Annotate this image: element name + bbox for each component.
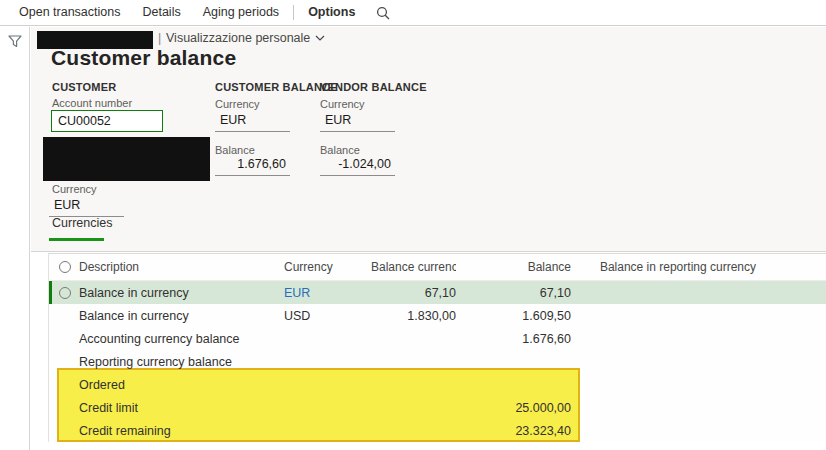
- vendor-balance-currency-label: Currency: [320, 98, 365, 110]
- row-description: Ordered: [79, 378, 284, 392]
- table-row[interactable]: Credit remaining 23.323,40: [49, 419, 826, 442]
- row-description: Credit limit: [79, 401, 284, 415]
- currencies-grid: Description Currency Balance currency Ba…: [48, 253, 826, 442]
- menu-separator: [293, 5, 294, 20]
- menu-details[interactable]: Details: [131, 0, 191, 25]
- row-balance: 23.323,40: [456, 424, 571, 438]
- table-row[interactable]: Credit limit 25.000,00: [49, 396, 826, 419]
- section-vendor-balance: VENDOR BALANCE: [320, 81, 427, 93]
- tab-currencies[interactable]: Currencies: [52, 216, 112, 230]
- view-separator: |: [158, 31, 161, 45]
- menu-aging-periods[interactable]: Aging periods: [192, 0, 290, 25]
- vendor-balance-value: -1.024,00: [320, 155, 395, 176]
- menu-open-transactions[interactable]: Open transactions: [8, 0, 131, 25]
- row-balance: 67,10: [456, 286, 571, 300]
- vendor-balance-currency-field[interactable]: EUR: [320, 111, 395, 132]
- search-icon[interactable]: [376, 6, 390, 20]
- row-description: Balance in currency: [79, 286, 284, 300]
- customer-balance-currency-label: Currency: [215, 98, 260, 110]
- row-balance: 1.609,50: [456, 309, 571, 323]
- col-currency[interactable]: Currency: [284, 260, 371, 274]
- filter-icon[interactable]: [8, 34, 29, 52]
- select-all-radio[interactable]: [52, 261, 79, 273]
- view-selector[interactable]: Visualizzazione personale: [166, 31, 325, 45]
- row-description: Accounting currency balance: [79, 332, 284, 346]
- table-row[interactable]: Balance in currency USD 1.830,00 1.609,5…: [49, 304, 826, 327]
- col-balance-reporting[interactable]: Balance in reporting currency: [571, 260, 756, 274]
- form-area: | Visualizzazione personale Customer bal…: [31, 27, 826, 252]
- tab-active-indicator: [49, 238, 104, 241]
- table-row[interactable]: Ordered: [49, 373, 826, 396]
- col-description[interactable]: Description: [79, 260, 284, 274]
- table-row[interactable]: Reporting currency balance: [49, 350, 826, 373]
- row-description: Reporting currency balance: [79, 355, 284, 369]
- view-selector-label: Visualizzazione personale: [166, 31, 310, 45]
- table-row[interactable]: Balance in currency EUR 67,10 67,10: [49, 281, 826, 304]
- row-balance: 1.676,60: [456, 332, 571, 346]
- customer-balance-window: Open transactions Details Aging periods …: [0, 0, 826, 450]
- grid-header-row: Description Currency Balance currency Ba…: [49, 254, 826, 281]
- row-balance-currency: 67,10: [371, 286, 456, 300]
- account-number-input[interactable]: [51, 110, 163, 132]
- radio-icon: [59, 261, 71, 273]
- account-number-label: Account number: [52, 97, 132, 109]
- row-balance-currency: 1.830,00: [371, 309, 456, 323]
- customer-currency-field[interactable]: EUR: [49, 196, 124, 217]
- chevron-down-icon: [315, 35, 325, 41]
- col-balance[interactable]: Balance: [456, 260, 571, 274]
- customer-balance-currency-field[interactable]: EUR: [215, 111, 290, 132]
- section-customer: CUSTOMER: [52, 81, 116, 93]
- row-currency: USD: [284, 309, 371, 323]
- left-rail: [0, 27, 30, 450]
- table-row[interactable]: Accounting currency balance 1.676,60: [49, 327, 826, 350]
- row-radio[interactable]: [52, 287, 79, 299]
- menu-options[interactable]: Options: [297, 0, 366, 25]
- customer-balance-value: 1.676,60: [215, 155, 290, 176]
- customer-currency-label: Currency: [52, 183, 97, 195]
- page-title: Customer balance: [51, 46, 236, 70]
- col-balance-currency[interactable]: Balance currency: [371, 260, 456, 274]
- radio-icon: [59, 287, 71, 299]
- action-bar: Open transactions Details Aging periods …: [0, 0, 826, 26]
- main-content: | Visualizzazione personale Customer bal…: [31, 27, 826, 450]
- row-description: Credit remaining: [79, 424, 284, 438]
- row-description: Balance in currency: [79, 309, 284, 323]
- redacted-customer-details: [43, 137, 210, 181]
- currency-link[interactable]: EUR: [284, 286, 371, 300]
- row-balance: 25.000,00: [456, 401, 571, 415]
